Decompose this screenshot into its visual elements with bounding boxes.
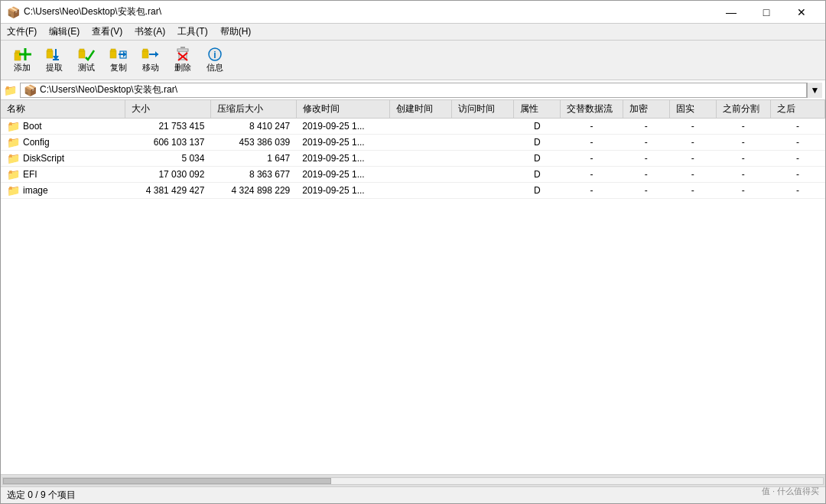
file-next: - [770, 151, 824, 167]
table-row[interactable]: 📁 Config 606 103 137 453 386 039 2019-09… [1, 135, 825, 151]
address-inner-folder-icon: 📦 [24, 84, 37, 96]
info-button[interactable]: i 信息 [200, 44, 230, 77]
content-area: 名称 大小 压缩后大小 修改时间 创建时间 访问时间 属性 交替数据流 加密 固… [1, 100, 825, 486]
info-icon: i [206, 47, 224, 62]
file-ctime [389, 151, 451, 167]
table-row[interactable]: 📁 Boot 21 753 415 8 410 247 2019-09-25 1… [1, 119, 825, 135]
svg-rect-12 [111, 49, 115, 51]
delete-button[interactable]: 删除 [167, 44, 198, 77]
file-atime [452, 167, 514, 183]
file-encrypt: - [623, 119, 669, 135]
col-header-next[interactable]: 之后 [770, 100, 824, 119]
copy-icon [109, 47, 128, 62]
svg-marker-14 [123, 51, 126, 57]
col-header-csize[interactable]: 压缩后大小 [210, 100, 296, 119]
col-header-encrypt[interactable]: 加密 [623, 100, 669, 119]
col-header-stream[interactable]: 交替数据流 [561, 100, 623, 119]
close-button[interactable]: ✕ [784, 1, 819, 24]
svg-rect-17 [143, 49, 148, 51]
file-encrypt: - [623, 183, 669, 199]
address-path: C:\Users\Neo\Desktop\安装包.rar\ [40, 83, 177, 96]
menu-view[interactable]: 查看(V) [86, 24, 128, 40]
file-prev: - [716, 151, 770, 167]
menu-bookmark[interactable]: 书签(A) [128, 24, 171, 40]
extract-button[interactable]: 提取 [39, 44, 70, 77]
add-icon [13, 47, 31, 62]
address-bar: 📁 📦 C:\Users\Neo\Desktop\安装包.rar\ ▼ [1, 80, 825, 100]
file-solid: - [669, 183, 716, 199]
col-header-ctime[interactable]: 创建时间 [389, 100, 451, 119]
title-bar: 📦 C:\Users\Neo\Desktop\安装包.rar\ — □ ✕ [1, 1, 825, 24]
title-text: C:\Users\Neo\Desktop\安装包.rar\ [24, 5, 161, 18]
delete-label: 删除 [174, 62, 191, 73]
file-csize: 4 324 898 229 [210, 183, 296, 199]
file-encrypt: - [623, 167, 669, 183]
main-window: 📦 C:\Users\Neo\Desktop\安装包.rar\ — □ ✕ 文件… [0, 0, 826, 504]
table-row[interactable]: 📁 EFI 17 030 092 8 363 677 2019-09-25 1.… [1, 167, 825, 183]
file-attr: D [514, 135, 561, 151]
file-solid: - [669, 151, 716, 167]
app-icon: 📦 [7, 6, 19, 18]
file-mtime: 2019-09-25 1... [296, 119, 389, 135]
file-csize: 1 647 [210, 151, 296, 167]
file-next: - [770, 135, 824, 151]
test-button[interactable]: 测试 [71, 44, 102, 77]
menu-edit[interactable]: 编辑(E) [43, 24, 86, 40]
address-folder-icon: 📁 [4, 84, 17, 96]
file-ctime [389, 167, 451, 183]
address-dropdown-button[interactable]: ▼ [807, 83, 822, 98]
menu-help[interactable]: 帮助(H) [214, 24, 258, 40]
col-header-attr[interactable]: 属性 [514, 100, 561, 119]
table-row[interactable]: 📁 DiskScript 5 034 1 647 2019-09-25 1...… [1, 151, 825, 167]
svg-rect-4 [47, 50, 53, 58]
svg-rect-21 [177, 49, 188, 51]
horizontal-scrollbar[interactable] [1, 474, 825, 486]
move-button[interactable]: 移动 [135, 44, 166, 77]
col-header-mtime[interactable]: 修改时间 [296, 100, 389, 119]
svg-rect-10 [80, 49, 84, 51]
file-table: 名称 大小 压缩后大小 修改时间 创建时间 访问时间 属性 交替数据流 加密 固… [1, 100, 825, 199]
table-header-row: 名称 大小 压缩后大小 修改时间 创建时间 访问时间 属性 交替数据流 加密 固… [1, 100, 825, 119]
col-header-atime[interactable]: 访问时间 [452, 100, 514, 119]
file-list-wrapper[interactable]: 名称 大小 压缩后大小 修改时间 创建时间 访问时间 属性 交替数据流 加密 固… [1, 100, 825, 474]
file-prev: - [716, 135, 770, 151]
file-name: 📁 Boot [1, 119, 123, 134]
file-size: 5 034 [125, 151, 211, 167]
file-csize: 453 386 039 [210, 135, 296, 151]
col-header-prev[interactable]: 之前分割 [716, 100, 770, 119]
title-bar-controls: — □ ✕ [714, 1, 819, 24]
info-label: 信息 [206, 62, 223, 73]
file-atime [452, 119, 514, 135]
col-header-solid[interactable]: 固实 [669, 100, 716, 119]
table-row[interactable]: 📁 image 4 381 429 427 4 324 898 229 2019… [1, 183, 825, 199]
menu-file[interactable]: 文件(F) [1, 24, 43, 40]
col-header-name[interactable]: 名称 [1, 100, 125, 119]
file-prev: - [716, 119, 770, 135]
extract-icon [45, 47, 63, 62]
file-atime [452, 183, 514, 199]
test-icon [77, 47, 96, 62]
minimize-button[interactable]: — [714, 1, 749, 24]
file-mtime: 2019-09-25 1... [296, 151, 389, 167]
col-header-size[interactable]: 大小 [125, 100, 211, 119]
file-atime [452, 135, 514, 151]
file-encrypt: - [623, 135, 669, 151]
scrollbar-thumb [3, 478, 331, 484]
svg-rect-9 [79, 50, 85, 58]
file-prev: - [716, 183, 770, 199]
file-csize: 8 363 677 [210, 167, 296, 183]
file-stream: - [561, 119, 623, 135]
add-button[interactable]: 添加 [7, 44, 37, 77]
file-name: 📁 image [1, 183, 123, 198]
file-attr: D [514, 183, 561, 199]
folder-icon: 📁 [7, 136, 20, 148]
copy-button[interactable]: 复制 [103, 44, 134, 77]
svg-rect-16 [142, 50, 148, 58]
add-label: 添加 [14, 62, 31, 73]
menu-tools[interactable]: 工具(T) [171, 24, 213, 40]
move-label: 移动 [142, 62, 159, 73]
status-bar: 选定 0 / 9 个项目 [1, 486, 825, 503]
maximize-button[interactable]: □ [749, 1, 784, 24]
file-table-body: 📁 Boot 21 753 415 8 410 247 2019-09-25 1… [1, 119, 825, 199]
address-input[interactable]: 📦 C:\Users\Neo\Desktop\安装包.rar\ [20, 83, 807, 98]
